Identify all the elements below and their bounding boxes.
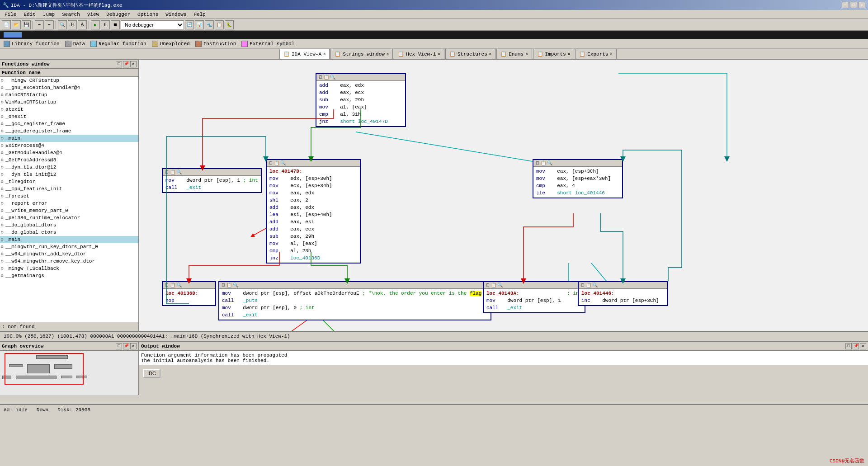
tab-strings-window[interactable]: 📋Strings window✕ xyxy=(330,49,393,59)
menu-item-debugger[interactable]: Debugger xyxy=(104,11,133,18)
menu-item-edit[interactable]: Edit xyxy=(21,11,38,18)
func-item[interactable]: ⚙WinMainCRTStartup xyxy=(0,99,138,106)
open-button[interactable]: 📂 xyxy=(12,20,21,29)
rt-icon3[interactable]: 🔍 xyxy=(547,160,552,166)
go-pin-btn[interactable]: 📌 xyxy=(123,343,129,349)
menu-item-windows[interactable]: Windows xyxy=(163,11,189,18)
tab-close-btn[interactable]: ✕ xyxy=(438,52,440,56)
debug-btn3[interactable]: 🔩 xyxy=(205,20,214,29)
tab-structures[interactable]: 📋Structures✕ xyxy=(445,49,495,59)
forward-button[interactable]: ➡ xyxy=(45,20,54,29)
back-button[interactable]: ⬅ xyxy=(35,20,44,29)
bls-icon1[interactable]: 🗒 xyxy=(165,282,169,288)
func-item[interactable]: ⚙__write_memory_part_0 xyxy=(0,207,138,214)
tab-exports[interactable]: 📋Exports✕ xyxy=(575,49,617,59)
func-item[interactable]: ⚙_GetModuleHandleA@4 xyxy=(0,149,138,156)
ow-pin-btn[interactable]: 📌 xyxy=(853,343,859,349)
menu-item-help[interactable]: Help xyxy=(191,11,208,18)
functions-pin-btn[interactable]: 📌 xyxy=(123,61,129,67)
asm-button[interactable]: A xyxy=(78,20,87,29)
run-button[interactable]: ▶ xyxy=(91,20,100,29)
tab-imports[interactable]: 📋Imports✕ xyxy=(533,49,575,59)
ida-view[interactable]: 🗒 📋 🔍 add eax, edx add eax, ecx sub eax,… xyxy=(139,60,868,331)
debug-btn1[interactable]: 🔄 xyxy=(185,20,194,29)
s-icon2[interactable]: 📋 xyxy=(226,282,232,288)
func-item[interactable]: ⚙__getmainargs xyxy=(0,272,138,279)
tab-close-btn[interactable]: ✕ xyxy=(323,52,326,56)
tab-close-btn[interactable]: ✕ xyxy=(525,52,528,56)
func-item[interactable]: ⚙atexit xyxy=(0,106,138,113)
functions-float-btn[interactable]: □ xyxy=(116,61,122,67)
menu-item-search[interactable]: Search xyxy=(59,11,83,18)
asm-block-br1[interactable]: 🗒 📋 🔍 loc_40143A: ; int mov dword ptr [e… xyxy=(483,281,585,313)
br1-icon1[interactable]: 🗒 xyxy=(486,282,490,288)
func-item[interactable]: ⚙_main xyxy=(0,236,138,243)
menu-item-options[interactable]: Options xyxy=(135,11,161,18)
tab-close-btn[interactable]: ✕ xyxy=(489,52,491,56)
menu-item-file[interactable]: File xyxy=(2,11,19,18)
func-item[interactable]: ⚙mainCRTStartup xyxy=(0,91,138,99)
find-button[interactable]: 🔍 xyxy=(58,20,67,29)
debug-btn4[interactable]: 📋 xyxy=(215,20,224,29)
bls-icon3[interactable]: 🔍 xyxy=(176,282,182,288)
maximize-button[interactable]: □ xyxy=(850,2,857,8)
rt-icon1[interactable]: 🗒 xyxy=(535,160,540,166)
debug-btn5[interactable]: 🐛 xyxy=(225,20,234,29)
br2-icon2[interactable]: 📋 xyxy=(586,282,591,288)
lf-icon3[interactable]: 🔍 xyxy=(176,169,182,175)
block-icon-1[interactable]: 🗒 xyxy=(318,75,323,80)
asm-block-success[interactable]: 🗒 📋 🔍 mov dword ptr [esp], offset aOkThe… xyxy=(218,281,491,320)
br2-icon1[interactable]: 🗒 xyxy=(580,282,585,288)
functions-close-btn[interactable]: ✕ xyxy=(130,61,137,67)
tab-close-btn[interactable]: ✕ xyxy=(568,52,570,56)
s-icon3[interactable]: 🔍 xyxy=(233,282,238,288)
s-icon1[interactable]: 🗒 xyxy=(221,282,226,288)
rt-icon2[interactable]: 📋 xyxy=(541,160,546,166)
ow-float-btn[interactable]: □ xyxy=(845,343,852,349)
func-item[interactable]: ⚙__dyn_tls_init@12 xyxy=(0,171,138,178)
func-item[interactable]: ⚙_main xyxy=(0,135,138,142)
ow-close-btn[interactable]: ✕ xyxy=(860,343,866,349)
pause-button[interactable]: ⏸ xyxy=(101,20,110,29)
br2-icon3[interactable]: 🔍 xyxy=(592,282,598,288)
asm-block-br2[interactable]: 🗒 📋 🔍 loc_401446: inc dword ptr [esp+3Ch… xyxy=(578,281,668,306)
bls-icon2[interactable]: 📋 xyxy=(170,282,175,288)
func-item[interactable]: ⚙__gcc_register_frame xyxy=(0,120,138,127)
lf-icon1[interactable]: 🗒 xyxy=(165,169,169,175)
func-item[interactable]: ⚙__mingwthr_run_key_dtors_part_0 xyxy=(0,243,138,250)
ml-icon2[interactable]: 📋 xyxy=(274,160,279,166)
asm-block-entry[interactable]: 🗒 📋 🔍 add eax, edx add eax, ecx sub eax,… xyxy=(316,73,406,127)
func-item[interactable]: ⚙_onexit xyxy=(0,113,138,120)
lf-icon2[interactable]: 📋 xyxy=(170,169,175,175)
menu-item-jump[interactable]: Jump xyxy=(40,11,57,18)
func-item[interactable]: ⚙_pei386_runtime_relocator xyxy=(0,214,138,221)
block-icon-3[interactable]: 🔍 xyxy=(330,75,335,80)
func-item[interactable]: ⚙__gcc_deregister_frame xyxy=(0,127,138,135)
func-item[interactable]: ⚙ExitProcess@4 xyxy=(0,142,138,149)
asm-block-left-fail[interactable]: 🗒 📋 🔍 mov dword ptr [esp], 1 ; int call … xyxy=(162,168,262,193)
func-item[interactable]: ⚙__mingw_CRTStartup xyxy=(0,77,138,84)
func-item[interactable]: ⚙__do_global_ctors xyxy=(0,229,138,236)
ml-icon3[interactable]: 🔍 xyxy=(280,160,286,166)
func-item[interactable]: ⚙__gnu_exception_handler@4 xyxy=(0,84,138,91)
br1-icon3[interactable]: 🔍 xyxy=(497,282,503,288)
idc-button[interactable]: IDC xyxy=(143,369,160,378)
func-item[interactable]: ⚙__cpu_features_init xyxy=(0,185,138,193)
tab-hex-view-1[interactable]: 📋Hex View-1✕ xyxy=(394,49,444,59)
tab-close-btn[interactable]: ✕ xyxy=(387,52,389,56)
debugger-select[interactable]: No debugger xyxy=(121,20,184,29)
minimize-button[interactable]: — xyxy=(842,2,849,8)
debug-btn2[interactable]: 📊 xyxy=(195,20,204,29)
go-close-btn[interactable]: ✕ xyxy=(130,343,137,349)
func-item[interactable]: ⚙__w64_mingwthr_add_key_dtor xyxy=(0,250,138,258)
hex-button[interactable]: H xyxy=(68,20,77,29)
func-item[interactable]: ⚙_fpreset xyxy=(0,193,138,200)
func-item[interactable]: ⚙_tlregdtor xyxy=(0,178,138,185)
func-item[interactable]: ⚙_GetProcAddress@8 xyxy=(0,156,138,164)
func-item[interactable]: ⚙__do_global_dtors xyxy=(0,221,138,229)
asm-block-main-loop[interactable]: 🗒 📋 🔍 loc_40147D: mov edx, [esp+30h] mov… xyxy=(266,159,361,264)
br1-icon2[interactable]: 📋 xyxy=(491,282,496,288)
func-item[interactable]: ⚙__w64_mingwthr_remove_key_dtor xyxy=(0,258,138,265)
func-item[interactable]: ⚙_mingw_TLScallback xyxy=(0,265,138,272)
stop-button[interactable]: ⏹ xyxy=(111,20,120,29)
